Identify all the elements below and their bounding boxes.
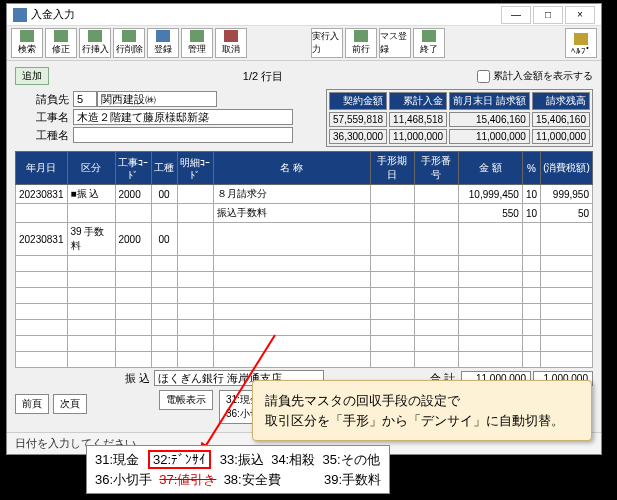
table-row[interactable] xyxy=(16,256,593,272)
summary-table: 契約金額累計入金前月末日 請求額請求残高 57,559,81811,468,51… xyxy=(326,89,593,147)
next-page-button[interactable]: 次頁 xyxy=(53,394,87,414)
fix-button[interactable]: 修正 xyxy=(45,28,77,58)
table-row[interactable] xyxy=(16,336,593,352)
end-button[interactable]: 終了 xyxy=(413,28,445,58)
ledger-button[interactable]: 電帳表示 xyxy=(159,390,213,410)
exec-button[interactable]: 実行入力 xyxy=(311,28,343,58)
koushu-field[interactable] xyxy=(73,127,293,143)
bank-label: 振 込 xyxy=(125,371,154,386)
control-button[interactable]: 管理 xyxy=(181,28,213,58)
prev-page-button[interactable]: 前頁 xyxy=(15,394,49,414)
table-row[interactable] xyxy=(16,304,593,320)
cumulative-checkbox[interactable]: 累計入金額を表示する xyxy=(477,69,593,83)
table-row[interactable] xyxy=(16,288,593,304)
payment-type-box-after: 31:現金 32:ﾃﾞﾝｻｲ 33:振込 34:相殺 35:その他 36:小切手… xyxy=(86,445,390,494)
table-row[interactable] xyxy=(16,272,593,288)
cancel-button[interactable]: 取消 xyxy=(215,28,247,58)
ukeoi-name-field[interactable]: 関西建設㈱ xyxy=(97,91,217,107)
kouji-label: 工事名 xyxy=(15,110,73,125)
kouji-name-field[interactable]: 木造２階建て藤原様邸新築 xyxy=(73,109,293,125)
table-row[interactable]: 20230831■振 込200000８月請求分10,999,45010999,9… xyxy=(16,185,593,204)
pager-label: 1/2 行目 xyxy=(243,69,283,84)
help-button[interactable]: ﾍﾙﾌﾟ xyxy=(565,28,597,58)
insert-row-button[interactable]: 行挿入 xyxy=(79,28,111,58)
app-icon xyxy=(13,8,27,22)
ukeoi-label: 請負先 xyxy=(15,92,73,107)
table-row[interactable] xyxy=(16,320,593,336)
table-row[interactable]: 2023083139 手数料200000 xyxy=(16,223,593,256)
table-row[interactable] xyxy=(16,352,593,368)
koushu-label: 工種名 xyxy=(15,128,73,143)
toolbar: 検索 修正 行挿入 行削除 登録 管理 取消 実行入力 前行 マス登録 終了 ﾍ… xyxy=(7,26,601,61)
add-tag: 追加 xyxy=(15,67,49,85)
detail-table: 年月日 区分 工事ｺｰﾄﾞ 工種 明細ｺｰﾄﾞ 名 称 手形期日 手形番号 金 … xyxy=(15,151,593,368)
register-button[interactable]: 登録 xyxy=(147,28,179,58)
callout-note: 請負先マスタの回収手段の設定で 取引区分を「手形」から「デンサイ」に自動切替。 xyxy=(252,380,592,441)
titlebar: 入金入力 — □ × xyxy=(7,4,601,26)
maximize-button[interactable]: □ xyxy=(533,6,563,24)
minimize-button[interactable]: — xyxy=(501,6,531,24)
ukeoi-code-field[interactable]: 5 xyxy=(73,91,97,107)
densai-option: 32:ﾃﾞﾝｻｲ xyxy=(150,452,209,467)
delete-row-button[interactable]: 行削除 xyxy=(113,28,145,58)
search-button[interactable]: 検索 xyxy=(11,28,43,58)
window-title: 入金入力 xyxy=(31,7,499,22)
master-reg-button[interactable]: マス登録 xyxy=(379,28,411,58)
close-button[interactable]: × xyxy=(565,6,595,24)
table-row[interactable]: 振込手数料5501050 xyxy=(16,204,593,223)
prev-row-button[interactable]: 前行 xyxy=(345,28,377,58)
